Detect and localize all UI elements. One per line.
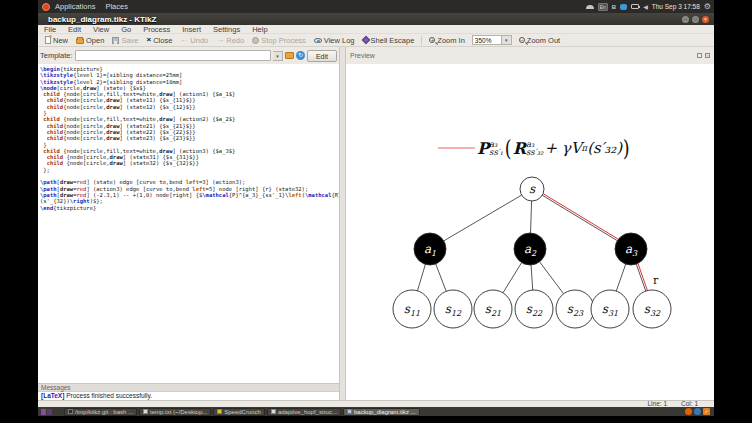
toolbar: NewOpenSave×Close←Undo→RedoStop ProcessV… — [38, 34, 714, 47]
new-icon — [45, 36, 51, 44]
formula-term: ) — [623, 136, 630, 161]
ubuntu-logo-icon[interactable] — [42, 3, 50, 11]
session-gear-icon[interactable]: ⚙ — [704, 3, 711, 11]
latex-tag: [LaTeX] — [41, 392, 64, 399]
float-dock-icon[interactable] — [697, 53, 702, 58]
minimize-button[interactable]: ─ — [682, 16, 689, 23]
statusbar: Line: 1 Col: 1 — [38, 400, 714, 407]
template-input[interactable] — [75, 50, 271, 61]
keyboard-layout-indicator[interactable]: En — [598, 3, 608, 11]
preview-dock-header: Preview × — [346, 47, 714, 64]
menu-edit[interactable]: Edit — [62, 25, 87, 34]
new-button[interactable]: New — [41, 35, 72, 46]
updates-icon[interactable]: ✓ — [703, 408, 710, 415]
close-button[interactable]: ×Close — [142, 35, 176, 46]
undo-button: ←Undo — [176, 35, 212, 46]
firefox-icon[interactable] — [685, 408, 692, 415]
window-buttons: ─ □ × — [682, 16, 714, 23]
zoomout-icon: − — [519, 37, 525, 43]
formula-term: ( — [505, 136, 512, 161]
zoom-level-value[interactable]: 350% — [472, 35, 502, 45]
view-log-button[interactable]: View Log — [310, 35, 359, 46]
menubar: FileEditViewGoProcessInsertSettingsHelp — [38, 25, 714, 34]
tree-edge — [417, 264, 425, 290]
latex-message: Process finished successfully. — [64, 392, 152, 399]
template-open-folder-icon[interactable] — [285, 52, 294, 59]
taskbar: /tmp/ktikz.git : bash ...temp.txt (~/Des… — [38, 407, 714, 416]
volume-icon[interactable]: ◀ — [643, 3, 648, 10]
window-titlebar: backup_diagram.tikz - KTikZ ─ □ × — [38, 13, 714, 25]
maximize-button[interactable]: □ — [692, 16, 699, 23]
backup-diagram: sa1a2a3s11s12s21s22s23s31s32r — [346, 64, 714, 400]
chat-icon[interactable] — [620, 4, 627, 10]
menu-go[interactable]: Go — [115, 25, 137, 34]
terminal-icon — [68, 409, 73, 414]
applications-menu[interactable]: Applications — [50, 2, 100, 11]
shell-escape-button[interactable]: Shell Escape — [359, 35, 419, 46]
node-label-s: s — [529, 182, 536, 196]
doc-icon — [143, 409, 148, 414]
close-dock-icon[interactable]: × — [705, 53, 710, 58]
save-button: Save — [108, 35, 142, 46]
gnome-top-panel: Applications Places En B ◀ Thu Sep 3 17:… — [38, 0, 714, 13]
template-dropdown-arrow-icon[interactable]: ▾ — [273, 51, 283, 61]
formula-supsub: a₃ss′₃₂ — [526, 140, 543, 156]
taskbar-item[interactable]: temp.txt (~/Desktop... — [139, 408, 211, 416]
template-edit-button[interactable]: Edit — [307, 50, 337, 62]
save-icon — [112, 37, 119, 44]
zoomin-icon: + — [429, 37, 435, 43]
pane-splitter[interactable] — [339, 47, 346, 400]
menu-file[interactable]: File — [38, 25, 62, 34]
preview-title: Preview — [350, 52, 375, 59]
tikz-icon — [347, 409, 352, 414]
menu-view[interactable]: View — [87, 25, 115, 34]
tree-edge — [531, 265, 533, 290]
system-tray: En B ◀ Thu Sep 3 17:58 ⚙ — [586, 3, 714, 11]
browser-icon[interactable] — [694, 408, 701, 415]
redo-icon: → — [216, 36, 224, 44]
zoom-in-button[interactable]: +Zoom In — [425, 35, 469, 46]
menu-insert[interactable]: Insert — [176, 25, 207, 34]
tree-edge — [444, 195, 522, 241]
menu-help[interactable]: Help — [246, 25, 273, 34]
taskbar-item[interactable]: adaptive_hopf_struc... — [267, 408, 341, 416]
zoom-out-button[interactable]: −Zoom Out — [515, 35, 564, 46]
stop-icon — [252, 37, 259, 44]
taskbar-item[interactable]: SpeedCrunch — [213, 408, 265, 416]
formula-term: (s′₃₂) — [587, 139, 622, 157]
shell-icon — [361, 36, 369, 44]
zoom-level-combo[interactable]: 350%▾ — [472, 35, 512, 45]
stop-process-button: Stop Process — [248, 35, 310, 46]
messages-body: [LaTeX] Process finished successfully. — [38, 392, 339, 400]
taskbar-item[interactable]: backup_diagram.tikz ... — [343, 408, 420, 416]
menu-settings[interactable]: Settings — [207, 25, 246, 34]
preview-pane: sa1a2a3s11s12s21s22s23s31s32r Pa₃ss′₁(Ra… — [346, 64, 714, 400]
menu-process[interactable]: Process — [137, 25, 176, 34]
open-icon — [76, 38, 84, 44]
red-path-edge — [638, 264, 647, 291]
reward-label: r — [653, 274, 659, 287]
viewlog-icon — [314, 38, 322, 43]
desktop: Applications Places En B ◀ Thu Sep 3 17:… — [38, 0, 714, 416]
tree-edge — [540, 262, 564, 294]
tree-edge — [636, 264, 645, 291]
wifi-icon[interactable] — [586, 5, 594, 9]
template-reload-icon[interactable]: ↻ — [296, 51, 305, 60]
places-menu[interactable]: Places — [100, 2, 133, 11]
code-editor[interactable]: \begin{tikzpicture}\tikzstyle{level 1}=[… — [38, 64, 339, 383]
close-icon: × — [146, 36, 151, 44]
window-title: backup_diagram.tikz - KTikZ — [38, 15, 156, 24]
tree-edge — [542, 195, 617, 240]
bluetooth-icon[interactable]: B — [612, 4, 616, 10]
taskbar-tray: ✓ — [685, 408, 714, 415]
clock[interactable]: Thu Sep 3 17:58 — [652, 3, 700, 10]
open-button[interactable]: Open — [72, 35, 108, 46]
tree-edge — [503, 263, 522, 293]
redo-button: →Redo — [212, 35, 248, 46]
battery-icon[interactable] — [631, 4, 639, 9]
undo-icon: ← — [180, 36, 188, 44]
taskbar-item[interactable]: /tmp/ktikz.git : bash ... — [64, 408, 137, 416]
close-window-button[interactable]: × — [702, 16, 709, 23]
workspace-switcher[interactable] — [41, 409, 52, 415]
zoom-dropdown-arrow-icon[interactable]: ▾ — [502, 35, 512, 45]
